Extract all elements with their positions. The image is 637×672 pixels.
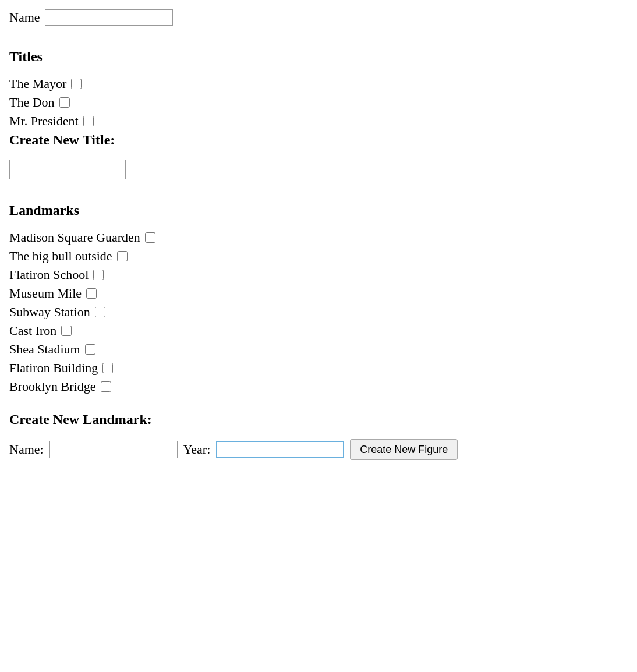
landmarks-heading: Landmarks [9, 203, 628, 218]
landmark-item: Subway Station [9, 305, 628, 320]
checkbox-landmark-msg[interactable] [145, 232, 155, 243]
name-input[interactable] [45, 9, 173, 26]
landmark-item: Flatiron School [9, 267, 628, 282]
landmark-item: Madison Square Guarden [9, 230, 628, 245]
landmark-item: Flatiron Building [9, 360, 628, 376]
label-title-mayor: The Mayor [9, 76, 66, 91]
label-landmark-cast-iron: Cast Iron [9, 323, 56, 338]
name-row: Name [9, 9, 628, 26]
landmark-year-input[interactable] [216, 441, 344, 458]
checkbox-landmark-brooklyn[interactable] [101, 381, 111, 392]
landmarks-section: Landmarks Madison Square GuardenThe big … [9, 203, 628, 460]
checkbox-landmark-subway[interactable] [95, 307, 105, 317]
checkbox-title-don[interactable] [59, 97, 70, 108]
create-new-title-section: Create New Title: [9, 132, 628, 179]
landmark-form-row: Name: Year: Create New Figure [9, 439, 628, 460]
label-landmark-shea: Shea Stadium [9, 342, 80, 357]
label-title-don: The Don [9, 95, 55, 110]
landmark-item: Brooklyn Bridge [9, 379, 628, 394]
create-new-title-input[interactable] [9, 160, 126, 179]
label-landmark-flatiron-school: Flatiron School [9, 267, 89, 282]
label-landmark-museum-mile: Museum Mile [9, 286, 82, 301]
titles-heading: Titles [9, 49, 628, 65]
create-figure-button[interactable]: Create New Figure [350, 439, 458, 460]
titles-list: The MayorThe DonMr. President [9, 76, 628, 129]
landmark-item: Shea Stadium [9, 342, 628, 357]
title-item: The Don [9, 95, 628, 110]
landmark-name-input[interactable] [49, 441, 178, 458]
landmark-name-label: Name: [9, 442, 44, 457]
checkbox-landmark-flatiron-school[interactable] [93, 270, 104, 280]
label-landmark-flatiron-building: Flatiron Building [9, 360, 98, 376]
checkbox-landmark-museum-mile[interactable] [86, 288, 97, 299]
checkbox-title-mayor[interactable] [71, 79, 82, 89]
label-title-president: Mr. President [9, 114, 79, 129]
checkbox-title-president[interactable] [83, 116, 94, 126]
landmarks-list: Madison Square GuardenThe big bull outsi… [9, 230, 628, 394]
titles-section: Titles The MayorThe DonMr. President Cre… [9, 49, 628, 179]
landmark-item: The big bull outside [9, 249, 628, 264]
name-label: Name [9, 10, 40, 25]
landmark-item: Cast Iron [9, 323, 628, 338]
create-new-title-heading: Create New Title: [9, 132, 628, 148]
create-new-landmark-section: Create New Landmark: Name: Year: Create … [9, 412, 628, 460]
create-new-landmark-heading: Create New Landmark: [9, 412, 628, 427]
checkbox-landmark-flatiron-building[interactable] [102, 363, 113, 373]
label-landmark-msg: Madison Square Guarden [9, 230, 140, 245]
label-landmark-bull: The big bull outside [9, 249, 112, 264]
title-item: The Mayor [9, 76, 628, 91]
checkbox-landmark-bull[interactable] [117, 251, 128, 261]
checkbox-landmark-shea[interactable] [85, 344, 95, 355]
title-item: Mr. President [9, 114, 628, 129]
landmark-item: Museum Mile [9, 286, 628, 301]
checkbox-landmark-cast-iron[interactable] [61, 326, 72, 336]
landmark-year-label: Year: [183, 442, 211, 457]
label-landmark-subway: Subway Station [9, 305, 90, 320]
label-landmark-brooklyn: Brooklyn Bridge [9, 379, 96, 394]
